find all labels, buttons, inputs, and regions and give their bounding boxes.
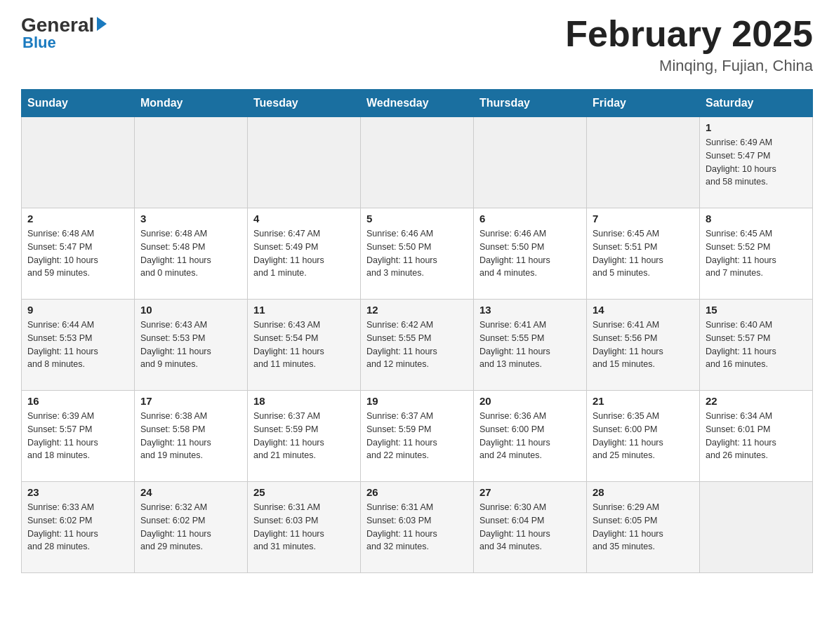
day-info: Sunrise: 6:32 AM Sunset: 6:02 PM Dayligh… <box>140 501 241 554</box>
calendar-cell: 9Sunrise: 6:44 AM Sunset: 5:53 PM Daylig… <box>22 300 135 391</box>
calendar-cell: 14Sunrise: 6:41 AM Sunset: 5:56 PM Dayli… <box>587 300 700 391</box>
calendar-cell: 7Sunrise: 6:45 AM Sunset: 5:51 PM Daylig… <box>587 208 700 300</box>
page-header: General Blue February 2025 Minqing, Fuji… <box>21 14 813 75</box>
weekday-header-row: SundayMondayTuesdayWednesdayThursdayFrid… <box>22 90 813 117</box>
day-info: Sunrise: 6:36 AM Sunset: 6:00 PM Dayligh… <box>479 410 581 462</box>
day-number: 26 <box>366 486 468 498</box>
day-number: 4 <box>253 213 355 224</box>
day-info: Sunrise: 6:33 AM Sunset: 6:02 PM Dayligh… <box>27 501 128 554</box>
day-info: Sunrise: 6:41 AM Sunset: 5:56 PM Dayligh… <box>593 318 694 371</box>
day-number: 28 <box>593 486 694 498</box>
weekday-header-wednesday: Wednesday <box>361 90 474 117</box>
calendar-cell: 25Sunrise: 6:31 AM Sunset: 6:03 PM Dayli… <box>248 482 361 573</box>
day-info: Sunrise: 6:30 AM Sunset: 6:04 PM Dayligh… <box>479 501 581 554</box>
day-number: 13 <box>479 304 581 316</box>
calendar-table: SundayMondayTuesdayWednesdayThursdayFrid… <box>21 89 813 573</box>
day-info: Sunrise: 6:46 AM Sunset: 5:50 PM Dayligh… <box>366 227 468 280</box>
calendar-cell <box>474 117 587 208</box>
calendar-cell: 20Sunrise: 6:36 AM Sunset: 6:00 PM Dayli… <box>474 391 587 482</box>
logo-arrow-icon <box>97 17 107 31</box>
day-number: 6 <box>479 213 581 224</box>
day-info: Sunrise: 6:31 AM Sunset: 6:03 PM Dayligh… <box>253 501 355 554</box>
day-info: Sunrise: 6:37 AM Sunset: 5:59 PM Dayligh… <box>366 410 468 462</box>
calendar-row: 23Sunrise: 6:33 AM Sunset: 6:02 PM Dayli… <box>22 482 813 573</box>
day-info: Sunrise: 6:31 AM Sunset: 6:03 PM Dayligh… <box>366 501 468 554</box>
day-info: Sunrise: 6:29 AM Sunset: 6:05 PM Dayligh… <box>593 501 694 554</box>
calendar-cell: 2Sunrise: 6:48 AM Sunset: 5:47 PM Daylig… <box>22 208 135 300</box>
calendar-cell: 12Sunrise: 6:42 AM Sunset: 5:55 PM Dayli… <box>361 300 474 391</box>
calendar-row: 16Sunrise: 6:39 AM Sunset: 5:57 PM Dayli… <box>22 391 813 482</box>
day-info: Sunrise: 6:43 AM Sunset: 5:53 PM Dayligh… <box>140 318 241 371</box>
day-number: 22 <box>706 395 807 407</box>
day-number: 8 <box>706 213 807 224</box>
day-info: Sunrise: 6:34 AM Sunset: 6:01 PM Dayligh… <box>706 410 807 462</box>
calendar-cell: 19Sunrise: 6:37 AM Sunset: 5:59 PM Dayli… <box>361 391 474 482</box>
day-number: 27 <box>479 486 581 498</box>
day-number: 1 <box>706 121 807 133</box>
day-number: 24 <box>140 486 241 498</box>
weekday-header-friday: Friday <box>587 90 700 117</box>
calendar-cell <box>248 117 361 208</box>
day-number: 14 <box>593 304 694 316</box>
day-info: Sunrise: 6:44 AM Sunset: 5:53 PM Dayligh… <box>27 318 128 371</box>
day-info: Sunrise: 6:43 AM Sunset: 5:54 PM Dayligh… <box>253 318 355 371</box>
day-number: 21 <box>593 395 694 407</box>
calendar-cell: 17Sunrise: 6:38 AM Sunset: 5:58 PM Dayli… <box>135 391 248 482</box>
calendar-row: 2Sunrise: 6:48 AM Sunset: 5:47 PM Daylig… <box>22 208 813 300</box>
day-number: 16 <box>27 395 128 407</box>
calendar-row: 1Sunrise: 6:49 AM Sunset: 5:47 PM Daylig… <box>22 117 813 208</box>
day-info: Sunrise: 6:45 AM Sunset: 5:51 PM Dayligh… <box>593 227 694 280</box>
day-number: 7 <box>593 213 694 224</box>
day-number: 2 <box>27 213 128 224</box>
calendar-cell: 11Sunrise: 6:43 AM Sunset: 5:54 PM Dayli… <box>248 300 361 391</box>
calendar-cell <box>22 117 135 208</box>
weekday-header-saturday: Saturday <box>700 90 813 117</box>
day-number: 15 <box>706 304 807 316</box>
day-info: Sunrise: 6:42 AM Sunset: 5:55 PM Dayligh… <box>366 318 468 371</box>
day-info: Sunrise: 6:41 AM Sunset: 5:55 PM Dayligh… <box>479 318 581 371</box>
day-info: Sunrise: 6:37 AM Sunset: 5:59 PM Dayligh… <box>253 410 355 462</box>
day-number: 5 <box>366 213 468 224</box>
calendar-cell: 24Sunrise: 6:32 AM Sunset: 6:02 PM Dayli… <box>135 482 248 573</box>
title-block: February 2025 Minqing, Fujian, China <box>565 14 813 75</box>
calendar-cell: 28Sunrise: 6:29 AM Sunset: 6:05 PM Dayli… <box>587 482 700 573</box>
day-info: Sunrise: 6:47 AM Sunset: 5:49 PM Dayligh… <box>253 227 355 280</box>
logo: General Blue <box>21 14 107 52</box>
calendar-cell: 27Sunrise: 6:30 AM Sunset: 6:04 PM Dayli… <box>474 482 587 573</box>
weekday-header-monday: Monday <box>135 90 248 117</box>
month-title: February 2025 <box>565 14 813 54</box>
calendar-row: 9Sunrise: 6:44 AM Sunset: 5:53 PM Daylig… <box>22 300 813 391</box>
calendar-cell: 21Sunrise: 6:35 AM Sunset: 6:00 PM Dayli… <box>587 391 700 482</box>
calendar-cell: 10Sunrise: 6:43 AM Sunset: 5:53 PM Dayli… <box>135 300 248 391</box>
day-number: 25 <box>253 486 355 498</box>
calendar-cell: 15Sunrise: 6:40 AM Sunset: 5:57 PM Dayli… <box>700 300 813 391</box>
day-info: Sunrise: 6:40 AM Sunset: 5:57 PM Dayligh… <box>706 318 807 371</box>
day-info: Sunrise: 6:49 AM Sunset: 5:47 PM Dayligh… <box>706 136 807 189</box>
calendar-cell: 1Sunrise: 6:49 AM Sunset: 5:47 PM Daylig… <box>700 117 813 208</box>
calendar-cell: 4Sunrise: 6:47 AM Sunset: 5:49 PM Daylig… <box>248 208 361 300</box>
day-number: 20 <box>479 395 581 407</box>
calendar-cell <box>135 117 248 208</box>
calendar-cell: 26Sunrise: 6:31 AM Sunset: 6:03 PM Dayli… <box>361 482 474 573</box>
calendar-cell <box>587 117 700 208</box>
day-info: Sunrise: 6:48 AM Sunset: 5:48 PM Dayligh… <box>140 227 241 280</box>
calendar-cell: 6Sunrise: 6:46 AM Sunset: 5:50 PM Daylig… <box>474 208 587 300</box>
day-number: 12 <box>366 304 468 316</box>
day-number: 3 <box>140 213 241 224</box>
calendar-cell <box>361 117 474 208</box>
day-number: 11 <box>253 304 355 316</box>
day-number: 19 <box>366 395 468 407</box>
calendar-cell <box>700 482 813 573</box>
calendar-cell: 16Sunrise: 6:39 AM Sunset: 5:57 PM Dayli… <box>22 391 135 482</box>
calendar-cell: 8Sunrise: 6:45 AM Sunset: 5:52 PM Daylig… <box>700 208 813 300</box>
day-info: Sunrise: 6:45 AM Sunset: 5:52 PM Dayligh… <box>706 227 807 280</box>
calendar-cell: 3Sunrise: 6:48 AM Sunset: 5:48 PM Daylig… <box>135 208 248 300</box>
day-number: 18 <box>253 395 355 407</box>
weekday-header-tuesday: Tuesday <box>248 90 361 117</box>
calendar-cell: 13Sunrise: 6:41 AM Sunset: 5:55 PM Dayli… <box>474 300 587 391</box>
calendar-cell: 23Sunrise: 6:33 AM Sunset: 6:02 PM Dayli… <box>22 482 135 573</box>
day-number: 9 <box>27 304 128 316</box>
weekday-header-thursday: Thursday <box>474 90 587 117</box>
logo-blue-text: Blue <box>22 34 56 52</box>
location: Minqing, Fujian, China <box>565 57 813 75</box>
